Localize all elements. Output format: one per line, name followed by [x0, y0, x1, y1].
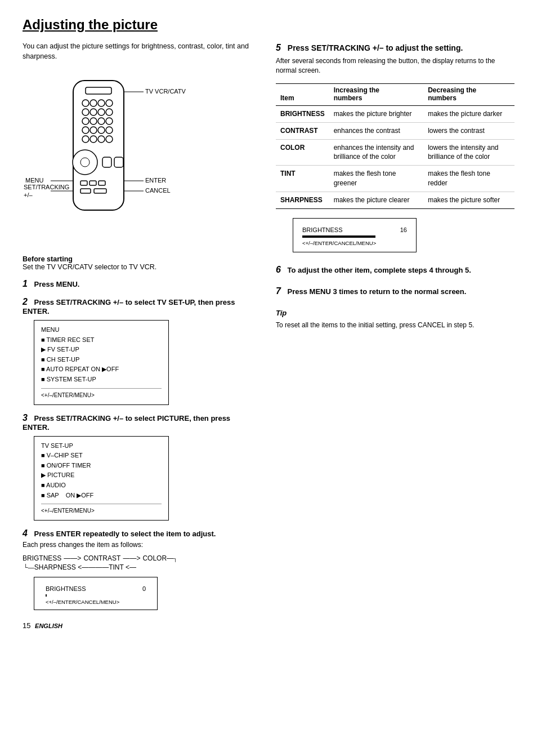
tip-label: Tip [276, 309, 514, 317]
svg-point-14 [82, 127, 89, 134]
remote-illustration: TV VCR/CATV MENU SET/TRACKING +/– ENTER … [23, 69, 203, 250]
step-2-num: 2 [23, 297, 28, 306]
row-brightness-item: BRIGHTNESS [276, 105, 329, 122]
display-b-row: BRIGHTNESS 16 [302, 226, 407, 233]
row-color-decrease: lowers the intensity and brilliance of t… [423, 139, 514, 166]
display16-hint: <+/–/ENTER/CANCEL/MENU> [302, 240, 407, 246]
before-starting-text: Set the TV VCR/CATV selector to TV VCR. [23, 263, 259, 271]
flow-loop-arrow: └— [24, 564, 34, 571]
flow-item-contrast: CONTRAST [83, 554, 120, 562]
table-header-decrease: Decreasing thenumbers [423, 83, 514, 105]
step-1-text: Press MENU. [34, 280, 80, 288]
svg-point-4 [98, 100, 105, 106]
step-5-text: Press SET/TRACKING +/– to adjust the set… [288, 43, 463, 52]
row-brightness-decrease: makes the picture darker [423, 105, 514, 122]
display-nav-hint: <+/–/ENTER/CANCEL/MENU> [46, 599, 146, 605]
menu1-item-menu: MENU [41, 325, 162, 335]
table-row: BRIGHTNESS makes the picture brighter ma… [276, 105, 514, 122]
remote-svg: TV VCR/CATV MENU SET/TRACKING +/– ENTER … [23, 69, 203, 238]
flow-row-2: └— SHARPNESS <———— TINT <— [24, 563, 259, 571]
step-2: 2 Press SET/TRACKING +/– to select TV SE… [23, 297, 259, 405]
step-4-num: 4 [23, 528, 28, 538]
display-label-value: 0 [142, 585, 146, 592]
svg-rect-28 [99, 181, 105, 185]
svg-point-12 [98, 118, 105, 124]
svg-text:MENU: MENU [25, 177, 43, 184]
display16-bar [302, 235, 375, 238]
svg-text:ENTER: ENTER [145, 177, 166, 184]
menu-box-2: TV SET-UP ■ V–CHIP SET ■ ON/OFF TIMER ▶P… [34, 436, 169, 521]
svg-point-15 [90, 127, 97, 134]
page-number: 15 ENGLISH [23, 621, 259, 630]
flow-item-sharpness: SHARPNESS <———— [34, 563, 109, 571]
row-tint-item: TINT [276, 166, 329, 192]
row-contrast-decrease: lowers the contrast [423, 122, 514, 139]
step-7-num: 7 [276, 286, 281, 296]
display-brightness-label: BRIGHTNESS 0 [46, 585, 146, 592]
svg-rect-25 [114, 157, 123, 167]
display-label-text: BRIGHTNESS [46, 585, 86, 592]
flow-item-tint: TINT <— [109, 563, 136, 571]
step-5: 5 Press SET/TRACKING +/– to adjust the s… [276, 42, 514, 75]
svg-point-17 [106, 127, 113, 134]
row-sharpness-decrease: makes the picture softer [423, 192, 514, 208]
svg-point-9 [106, 109, 113, 115]
row-tint-decrease: makes the flesh tone redder [423, 166, 514, 192]
row-sharpness-item: SHARPNESS [276, 192, 329, 208]
step-3-text: Press SET/TRACKING +/– to select PICTURE… [23, 414, 230, 432]
svg-point-2 [82, 100, 89, 106]
menu1-item-timer: ■ TIMER REC SET [41, 335, 162, 345]
step-2-text: Press SET/TRACKING +/– to select TV SET-… [23, 298, 235, 315]
table-header-increase: Increasing thenumbers [329, 83, 423, 105]
settings-table: Item Increasing thenumbers Decreasing th… [276, 83, 514, 209]
menu2-item-sap: ■ SAP ON ▶OFF [41, 491, 162, 501]
svg-point-6 [82, 109, 89, 115]
row-tint-increase: makes the flesh tone greener [329, 166, 423, 192]
row-brightness-increase: makes the picture brighter [329, 105, 423, 122]
table-header-item: Item [276, 83, 329, 105]
display-box-16: BRIGHTNESS 16 <+/–/ENTER/CANCEL/MENU> [293, 218, 417, 252]
svg-rect-27 [90, 181, 96, 185]
page-lang: ENGLISH [35, 622, 62, 629]
svg-rect-24 [102, 157, 111, 167]
svg-point-11 [90, 118, 97, 124]
step-6: 6 To adjust the other item, complete ste… [276, 264, 514, 276]
menu2-item-vchip: ■ V–CHIP SET [41, 451, 162, 461]
row-sharpness-increase: makes the picture clearer [329, 192, 423, 208]
menu2-item-tv: TV SET-UP [41, 441, 162, 451]
svg-rect-30 [94, 189, 106, 193]
step-3: 3 Press SET/TRACKING +/– to select PICTU… [23, 413, 259, 521]
step-4-text: Press ENTER repeatedly to select the ite… [34, 530, 216, 538]
step-6-num: 6 [276, 265, 281, 274]
svg-text:SET/TRACKING: SET/TRACKING [24, 184, 69, 190]
step-5-num: 5 [276, 43, 281, 52]
row-contrast-item: CONTRAST [276, 122, 329, 139]
flow-arrow-1: ——> [64, 554, 81, 562]
menu1-item-fv: ▶FV SET-UP [41, 345, 162, 355]
intro-text: You can adjust the picture settings for … [23, 42, 259, 61]
menu1-nav-hint: <+/–/ENTER/MENU> [41, 388, 162, 400]
menu2-nav-hint: <+/–/ENTER/MENU> [41, 504, 162, 515]
table-row: CONTRAST enhances the contrast lowers th… [276, 122, 514, 139]
menu1-item-auto: ■ AUTO REPEAT ON ▶OFF [41, 364, 162, 375]
step-4: 4 Press ENTER repeatedly to select the i… [23, 528, 259, 610]
svg-rect-1 [86, 87, 111, 94]
flow-diagram: BRIGTNESS ——> CONTRAST ——> COLOR— ┐ └— S… [23, 554, 259, 571]
step-5-header: 5 Press SET/TRACKING +/– to adjust the s… [276, 42, 514, 54]
flow-item-color: COLOR— [142, 554, 173, 562]
svg-text:CANCEL: CANCEL [145, 187, 171, 194]
svg-point-10 [82, 118, 89, 124]
page-title: Adjusting the picture [23, 17, 514, 33]
step-7-text: Press MENU 3 times to return to the norm… [288, 287, 467, 296]
tip-section: Tip To reset all the items to the initia… [276, 309, 514, 330]
svg-point-19 [90, 136, 97, 143]
svg-point-21 [106, 136, 113, 143]
menu-box-1: MENU ■ TIMER REC SET ▶FV SET-UP ■ CH SET… [34, 320, 169, 405]
svg-point-7 [90, 109, 97, 115]
page-num-value: 15 [23, 621, 30, 630]
table-row: SHARPNESS makes the picture clearer make… [276, 192, 514, 208]
flow-arrow-2: ——> [123, 554, 140, 562]
row-contrast-increase: enhances the contrast [329, 122, 423, 139]
before-starting-section: Before starting Set the TV VCR/CATV sele… [23, 255, 259, 271]
before-starting-title: Before starting [23, 255, 259, 263]
